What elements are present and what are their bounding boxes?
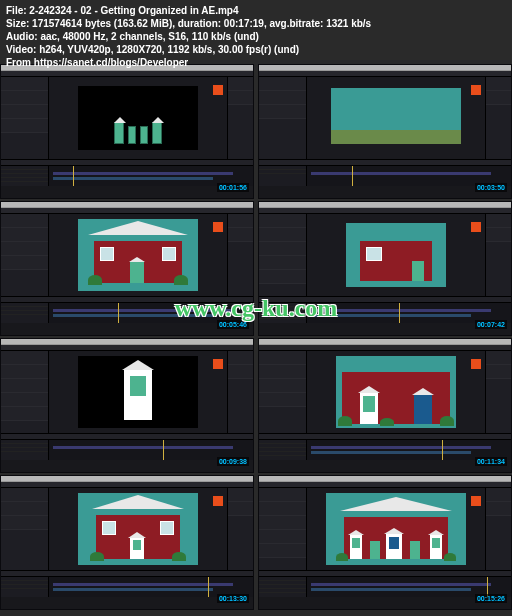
thumbnail-r4c2: 00:15:26 — [258, 475, 512, 610]
composition-viewer — [49, 351, 227, 433]
tools-panel — [485, 488, 511, 570]
composition-viewer — [49, 77, 227, 159]
timestamp: 00:15:26 — [475, 594, 507, 603]
media-info-block: File: 2-242324 - 02 - Getting Organized … — [6, 4, 371, 69]
project-panel — [1, 351, 49, 433]
timeline-panel: 00:13:30 — [1, 570, 253, 609]
tools-panel — [227, 214, 253, 296]
color-swatch — [471, 359, 481, 369]
meta-size: Size: 171574614 bytes (163.62 MiB), dura… — [6, 17, 371, 30]
project-panel — [259, 77, 307, 159]
project-panel — [1, 214, 49, 296]
timeline-panel: 00:03:50 — [259, 159, 511, 198]
composition-viewer — [307, 214, 485, 296]
timeline-panel: 00:15:26 — [259, 570, 511, 609]
color-swatch — [213, 222, 223, 232]
tools-panel — [485, 351, 511, 433]
project-panel — [259, 488, 307, 570]
composition-viewer — [307, 488, 485, 570]
thumbnail-grid: 00:01:56 00:03:50 — [0, 64, 512, 610]
color-swatch — [213, 359, 223, 369]
timestamp: 00:07:42 — [475, 320, 507, 329]
project-panel — [259, 214, 307, 296]
project-panel — [1, 77, 49, 159]
tools-panel — [485, 77, 511, 159]
composition-viewer — [49, 214, 227, 296]
composition-viewer — [307, 351, 485, 433]
thumbnail-r3c1: 00:09:38 — [0, 338, 254, 473]
color-swatch — [471, 496, 481, 506]
project-panel — [1, 488, 49, 570]
thumbnail-r1c1: 00:01:56 — [0, 64, 254, 199]
timestamp: 00:13:30 — [217, 594, 249, 603]
tools-panel — [227, 488, 253, 570]
meta-audio: Audio: aac, 48000 Hz, 2 channels, S16, 1… — [6, 30, 371, 43]
color-swatch — [471, 222, 481, 232]
thumbnail-r1c2: 00:03:50 — [258, 64, 512, 199]
tools-panel — [227, 351, 253, 433]
meta-video: Video: h264, YUV420p, 1280X720, 1192 kb/… — [6, 43, 371, 56]
timestamp: 00:03:50 — [475, 183, 507, 192]
composition-viewer — [49, 488, 227, 570]
timeline-panel: 00:01:56 — [1, 159, 253, 198]
meta-file: File: 2-242324 - 02 - Getting Organized … — [6, 4, 371, 17]
thumbnail-r4c1: 00:13:30 — [0, 475, 254, 610]
timestamp: 00:09:38 — [217, 457, 249, 466]
watermark-text: www.cg-ku.com — [175, 295, 338, 322]
color-swatch — [213, 496, 223, 506]
tools-panel — [227, 77, 253, 159]
color-swatch — [213, 85, 223, 95]
tools-panel — [485, 214, 511, 296]
timestamp: 00:11:34 — [475, 457, 507, 466]
timeline-panel: 00:11:34 — [259, 433, 511, 472]
timeline-panel: 00:09:38 — [1, 433, 253, 472]
color-swatch — [471, 85, 481, 95]
meta-from: From https://sanet.cd/blogs/Developer — [6, 56, 371, 69]
thumbnail-r3c2: 00:11:34 — [258, 338, 512, 473]
timestamp: 00:01:56 — [217, 183, 249, 192]
project-panel — [259, 351, 307, 433]
composition-viewer — [307, 77, 485, 159]
